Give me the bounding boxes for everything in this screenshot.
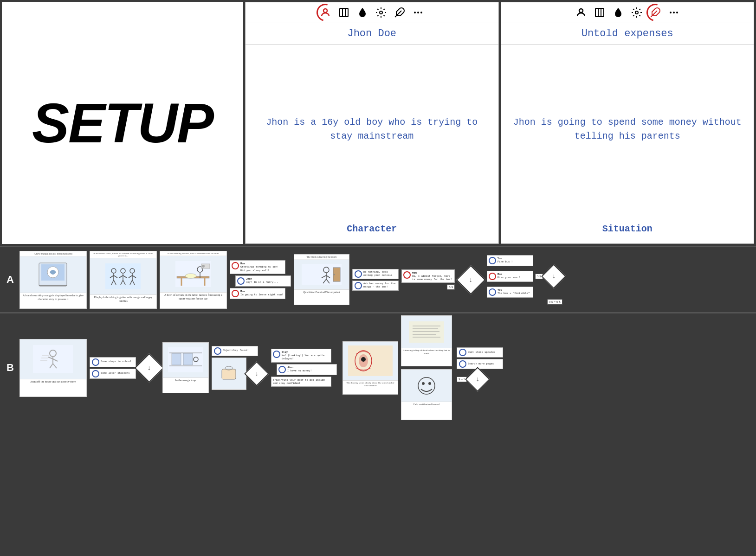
svg-point-58 xyxy=(333,274,335,275)
dialog-b1[interactable]: Stay Hm! (Looking!) You are quite delaye… xyxy=(271,349,331,362)
droplet-icon-2[interactable] xyxy=(611,5,626,20)
dialog-b3-text: Track/find your door to get inside and s… xyxy=(273,378,330,385)
choice-diamond[interactable]: ↓ xyxy=(456,265,486,294)
setup-panel: SETUP xyxy=(2,2,243,244)
scene-room[interactable]: The mom is leaving the room Quicktime Ev… xyxy=(294,254,349,305)
option-a2-text: Ask her money for the manga - the bus! xyxy=(363,282,396,288)
svg-rect-10 xyxy=(595,8,604,17)
feather-icon[interactable] xyxy=(392,5,407,20)
scene-b1[interactable]: Jhon left the house and ran directly the… xyxy=(19,339,87,397)
b-opt-icon-2 xyxy=(92,370,99,377)
b-option-2[interactable]: Some later chapters xyxy=(90,369,136,379)
scene-b-mid-img xyxy=(343,342,398,381)
situation-panel-title: Untold expenses xyxy=(501,23,754,45)
choice-you-1[interactable]: YouFine bus ! xyxy=(487,255,533,266)
choice-mom-1-text: MomKiss your son ! xyxy=(498,273,521,279)
choice-you-2-text: YouThe bus + "Invisible" xyxy=(498,288,530,295)
gear-icon[interactable] xyxy=(374,5,388,20)
scene-a3-img xyxy=(160,256,226,293)
setup-title: SETUP xyxy=(32,91,213,155)
character-panel-title: Jhon Doe xyxy=(246,23,498,45)
character-panel-description: Jhon is a 16y old boy who is trying to s… xyxy=(246,45,498,214)
b-diamond-1-container: ↓ xyxy=(139,358,160,378)
dialog-b2[interactable]: Jhon I have no money! xyxy=(277,364,337,375)
svg-point-0 xyxy=(323,9,327,13)
b-diamond-arrow-2: ↓ xyxy=(255,370,258,377)
b-right-row-1: A drawing telling all details about the … xyxy=(401,315,452,366)
more-icon[interactable] xyxy=(411,5,426,20)
svg-rect-1 xyxy=(340,8,348,17)
svg-point-49 xyxy=(202,265,205,268)
b-opt-icon-3 xyxy=(214,347,221,355)
columns-icon-2[interactable] xyxy=(592,5,607,20)
person-icon[interactable] xyxy=(318,5,333,20)
row-a-label: A xyxy=(4,274,17,286)
dialog-a2-text: Jhon Hey! Im in a hurry... xyxy=(246,277,278,284)
b-opt-3-text: Object/key found! xyxy=(223,349,249,352)
character-panel: Jhon Doe Jhon is a 16y old boy who is tr… xyxy=(245,2,499,244)
scene-a3[interactable]: In the morning kitchen, Jhon is breakfas… xyxy=(160,251,227,309)
scene-a2-caption: In the school court, almost all children… xyxy=(90,251,156,258)
b-obj-icon[interactable] xyxy=(212,358,246,390)
b-diamond-3[interactable]: ↓ xyxy=(465,367,490,392)
person-icon-2[interactable] xyxy=(574,5,588,20)
svg-point-16 xyxy=(673,12,675,13)
scene-b-mid[interactable]: The drawing seems clearly above like som… xyxy=(342,341,398,395)
option-a1[interactable]: Do nothing, keep eating your cereals xyxy=(352,269,399,279)
droplet-icon[interactable] xyxy=(355,5,370,20)
dialog-a3[interactable]: Mom Im going to leave right now! xyxy=(230,288,285,299)
diamond-arrow-2: ↓ xyxy=(552,273,555,280)
diamond-container: ↓ xyxy=(460,269,481,290)
b-r-opt-icon-2 xyxy=(459,360,466,368)
choices-group: YouFine bus ! MomKiss your son ! 5 $ ↓ Y… xyxy=(487,255,562,305)
scene-a1-text: A brand new shiny manga is displayed in … xyxy=(20,293,86,301)
diamond-arrow: ↓ xyxy=(469,276,472,283)
b-diamond-arrow-1: ↓ xyxy=(148,364,151,371)
option-group-a: Do nothing, keep eating your cereals Ask… xyxy=(352,269,399,291)
mom-response-text: Mom Hi, I almost forgot, here is some mo… xyxy=(412,271,453,281)
row-b-section: B Jhon left the house and ran directly t… xyxy=(0,313,756,424)
dialog-blue-icon-1 xyxy=(237,277,245,285)
dialog-a1[interactable]: Mom Greetings morning my son! Did you sl… xyxy=(230,260,285,274)
svg-point-45 xyxy=(185,274,196,278)
choice-you-2[interactable]: YouThe bus + "Invisible" xyxy=(487,287,533,298)
mom-response[interactable]: Mom Hi, I almost forgot, here is some mo… xyxy=(401,269,455,283)
feather-icon-2[interactable] xyxy=(648,5,663,20)
dialog-b-icon-2 xyxy=(278,366,286,373)
b-choice-diamond-1[interactable]: ↓ xyxy=(135,353,164,383)
option-a2[interactable]: Ask her money for the manga - the bus! xyxy=(352,281,399,291)
svg-point-13 xyxy=(635,11,638,14)
b-option-1[interactable]: Some steps in school xyxy=(90,357,136,367)
dialog-b3[interactable]: Track/find your door to get inside and s… xyxy=(271,377,331,387)
scene-b2[interactable]: In the manga shop xyxy=(162,342,209,393)
scene-b-r2-text: Fully confident and focused xyxy=(401,402,452,407)
scene-a3-caption: In the morning kitchen, Jhon is breakfas… xyxy=(160,251,226,256)
option-icon-2 xyxy=(355,282,362,289)
choice-mom-1[interactable]: MomKiss your son ! xyxy=(487,271,533,282)
svg-point-8 xyxy=(420,12,422,13)
columns-icon[interactable] xyxy=(336,5,351,20)
scene-b-r2[interactable]: Fully confident and focused xyxy=(401,369,452,420)
dialog-a2[interactable]: Jhon Hey! Im in a hurry... xyxy=(235,275,291,287)
b-r-option-2[interactable]: Search more pages xyxy=(457,359,503,369)
b-r-option-1[interactable]: Wait store updates xyxy=(457,347,503,358)
option-a1-text: Do nothing, keep eating your cereals xyxy=(363,271,396,277)
choice-score-row: MomKiss your son ! 5 $ ↓ xyxy=(487,268,562,285)
character-toolbar xyxy=(246,2,498,23)
scene-b1-img xyxy=(20,339,86,379)
b-diamond-2[interactable]: ↓ xyxy=(244,361,269,386)
b-option-3[interactable]: Object/key found! xyxy=(212,346,258,356)
scene-b-r1[interactable]: A drawing telling all details about the … xyxy=(401,315,452,366)
b-r-opt-icon-1 xyxy=(459,349,466,356)
b-opt-2-text: Some later chapters xyxy=(101,372,130,375)
top-section: SETUP xyxy=(0,0,756,246)
scene-room-footer: Quicktime Event will be required xyxy=(294,290,349,295)
scene-a2[interactable]: In the school court, almost all children… xyxy=(90,251,157,309)
scene-a1[interactable]: A new manga has just been published A br… xyxy=(19,251,87,309)
choice-mom-icon xyxy=(489,273,496,280)
gear-icon-2[interactable] xyxy=(629,5,644,20)
choice-diamond-2[interactable]: ↓ xyxy=(541,264,566,289)
svg-point-90 xyxy=(428,382,431,385)
svg-point-7 xyxy=(417,12,419,13)
more-icon-2[interactable] xyxy=(666,5,681,20)
